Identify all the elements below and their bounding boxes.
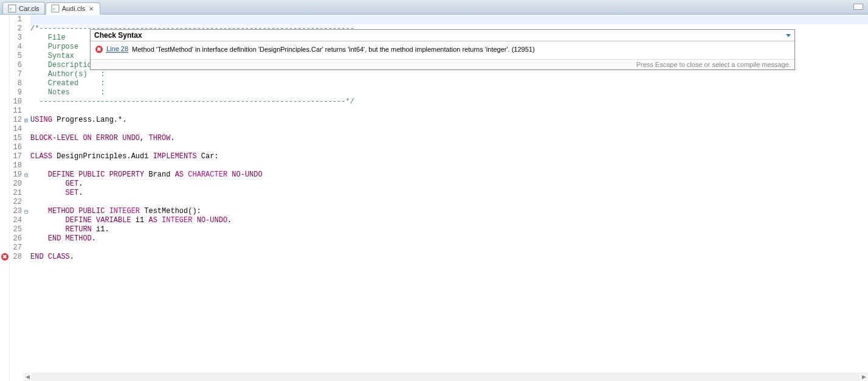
gutter: ✖	[0, 15, 10, 381]
gutter-cell	[0, 188, 9, 197]
close-icon[interactable]: ✕	[88, 5, 95, 12]
gutter-cell	[0, 15, 9, 24]
gutter-cell	[0, 206, 9, 215]
gutter-cell	[0, 106, 9, 115]
tab-label: Car.cls	[19, 5, 40, 12]
chevron-down-icon[interactable]	[786, 34, 791, 37]
code-line[interactable]: DEFINE VARIABLE i1 AS INTEGER NO-UNDO.	[30, 216, 868, 225]
code-line[interactable]: SET.	[30, 189, 868, 198]
check-syntax-panel: Check Syntax ✖ Line 28 Method 'TestMetho…	[90, 29, 795, 70]
code-line[interactable]	[30, 143, 868, 152]
gutter-cell	[0, 69, 9, 79]
syntax-panel-footer: Press Escape to close or select a compil…	[91, 60, 794, 69]
tab-audi[interactable]: c Audi.cls ✕	[46, 2, 101, 15]
gutter-cell: ✖	[0, 252, 9, 261]
line-number: 22	[10, 198, 23, 207]
line-number: 12	[10, 116, 23, 125]
scroll-track[interactable]	[32, 372, 859, 381]
fold-cell	[23, 225, 29, 234]
code-line[interactable]	[30, 125, 868, 134]
scroll-right-icon[interactable]: ▶	[859, 372, 868, 381]
line-number: 9	[10, 88, 23, 97]
fold-cell	[23, 15, 29, 24]
line-number: 2	[10, 24, 23, 33]
fold-cell	[23, 33, 29, 43]
code-line[interactable]: USING Progress.Lang.*.	[30, 116, 868, 125]
line-number: 27	[10, 243, 23, 253]
code-line[interactable]: CLASS DesignPrinciples.Audi IMPLEMENTS C…	[30, 152, 868, 161]
gutter-cell	[0, 243, 9, 252]
error-icon: ✖	[1, 253, 9, 260]
horizontal-scrollbar[interactable]: ◀ ▶	[23, 372, 868, 381]
line-number: 6	[10, 61, 23, 70]
code-line[interactable]: METHOD PUBLIC INTEGER TestMethod():	[30, 207, 868, 216]
fold-cell	[23, 79, 29, 88]
fold-cell	[23, 107, 29, 116]
gutter-cell	[0, 197, 9, 206]
code-line[interactable]: Author(s) :	[30, 70, 868, 79]
code-line[interactable]	[30, 15, 868, 24]
line-number: 21	[10, 189, 23, 198]
fold-expand-icon[interactable]: ⊞	[23, 116, 29, 125]
fold-collapse-icon[interactable]: ⊟	[23, 207, 29, 216]
gutter-cell	[0, 179, 9, 188]
code-line[interactable]: ----------------------------------------…	[30, 97, 868, 107]
line-number: 7	[10, 70, 23, 79]
line-number: 16	[10, 143, 23, 152]
line-number: 15	[10, 134, 23, 143]
code-line[interactable]	[30, 107, 868, 116]
line-number: 1	[10, 15, 23, 24]
fold-cell	[23, 61, 29, 70]
code-line[interactable]: GET.	[30, 180, 868, 189]
code-line[interactable]: END CLASS.	[30, 253, 868, 262]
gutter-cell	[0, 225, 9, 234]
code-line[interactable]	[30, 198, 868, 207]
fold-collapse-icon[interactable]: ⊟	[23, 170, 29, 180]
gutter-cell	[0, 79, 9, 88]
fold-cell	[23, 125, 29, 134]
code-line[interactable]	[30, 161, 868, 170]
code-line[interactable]: RETURN i1.	[30, 225, 868, 234]
gutter-cell	[0, 133, 9, 142]
gutter-cell	[0, 161, 9, 170]
line-number: 5	[10, 52, 23, 61]
gutter-cell	[0, 234, 9, 243]
fold-cell	[23, 198, 29, 207]
code-line[interactable]: Notes :	[30, 88, 868, 97]
fold-cell	[23, 52, 29, 61]
line-number: 23	[10, 207, 23, 216]
error-icon: ✖	[95, 46, 103, 53]
tab-label: Audi.cls	[62, 5, 86, 12]
fold-cell	[23, 43, 29, 52]
fold-cell	[23, 88, 29, 97]
gutter-cell	[0, 24, 9, 33]
syntax-panel-body: ✖ Line 28 Method 'TestMethod' in interfa…	[91, 41, 794, 60]
editor-tab-bar: c Car.cls c Audi.cls ✕	[0, 0, 868, 15]
gutter-cell	[0, 115, 9, 124]
error-line-link[interactable]: Line 28	[106, 45, 128, 53]
code-line[interactable]: DEFINE PUBLIC PROPERTY Brand AS CHARACTE…	[30, 170, 868, 180]
fold-cell	[23, 97, 29, 107]
line-number: 14	[10, 125, 23, 134]
line-number: 3	[10, 33, 23, 43]
svg-text:c: c	[10, 5, 12, 12]
gutter-cell	[0, 152, 9, 161]
tab-car[interactable]: c Car.cls	[2, 2, 45, 14]
line-number: 11	[10, 107, 23, 116]
code-line[interactable]: END METHOD.	[30, 234, 868, 243]
gutter-cell	[0, 97, 9, 106]
restore-icon[interactable]	[853, 4, 863, 10]
syntax-error-row[interactable]: ✖ Line 28 Method 'TestMethod' in interfa…	[95, 45, 790, 53]
fold-cell	[23, 216, 29, 225]
gutter-cell	[0, 124, 9, 133]
line-number: 8	[10, 79, 23, 88]
svg-text:c: c	[53, 5, 55, 12]
code-line[interactable]	[30, 243, 868, 253]
class-file-icon: c	[8, 4, 16, 13]
code-line[interactable]: Created :	[30, 79, 868, 88]
scroll-left-icon[interactable]: ◀	[23, 372, 32, 381]
gutter-cell	[0, 88, 9, 97]
code-line[interactable]: BLOCK-LEVEL ON ERROR UNDO, THROW.	[30, 134, 868, 143]
fold-cell	[23, 189, 29, 198]
line-number: 24	[10, 216, 23, 225]
